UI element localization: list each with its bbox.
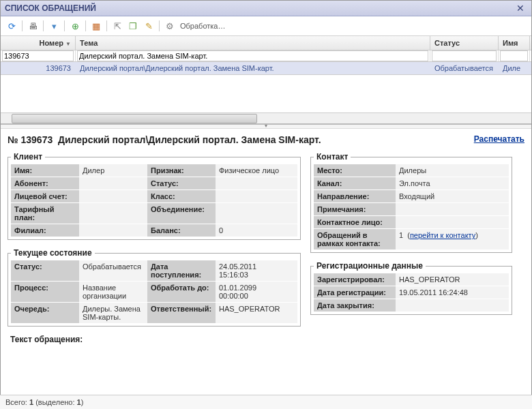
filter-status-input[interactable] xyxy=(432,50,497,61)
cell-subject: Дилерский портал\Дилерский портал. Замен… xyxy=(76,62,430,74)
copy-icon[interactable]: ❐ xyxy=(126,19,140,33)
col-subject[interactable]: Тема xyxy=(76,36,430,50)
separator xyxy=(22,20,23,31)
col-status[interactable]: Статус xyxy=(430,36,499,50)
filter-icon[interactable]: ▾ xyxy=(47,19,61,33)
window-title: СПИСОК ОБРАЩЕНИЙ xyxy=(5,3,96,13)
col-number[interactable]: Номер ▼ xyxy=(1,36,76,50)
separator xyxy=(85,20,86,31)
contact-legend: Контакт xyxy=(314,152,351,162)
close-icon[interactable]: ✕ xyxy=(514,3,527,14)
detail-header: № 139673 Дилерский портал\Дилерский порт… xyxy=(8,134,524,145)
toolbar: ⟳ 🖶 ▾ ⊕ ▦ ⇱ ❐ ✎ ⚙ Обработка… xyxy=(1,16,531,36)
add-icon[interactable]: ⊕ xyxy=(68,19,82,33)
client-fieldset: Клиент Имя:ДилерПризнак:Физическое лицо … xyxy=(8,152,301,240)
refresh-icon[interactable]: ⟳ xyxy=(5,19,18,33)
goto-contact-link[interactable]: перейти к контакту xyxy=(410,231,475,239)
separator xyxy=(64,20,65,31)
contact-fieldset: Контакт Место:Дилеры Канал:Эл.почта Напр… xyxy=(310,152,512,253)
detail-panels: Клиент Имя:ДилерПризнак:Физическое лицо … xyxy=(8,152,524,344)
columns-icon[interactable]: ▦ xyxy=(89,19,103,33)
cell-name: Диле xyxy=(499,62,530,74)
grid-body: 139673 Дилерский портал\Дилерский портал… xyxy=(1,62,531,112)
grid-header: Номер ▼ Тема Статус Имя xyxy=(1,36,531,50)
filter-number-input[interactable] xyxy=(2,50,74,61)
print-link[interactable]: Распечатать xyxy=(474,134,524,144)
gear-icon[interactable]: ⚙ xyxy=(163,19,177,33)
client-legend: Клиент xyxy=(11,152,45,162)
export-icon[interactable]: ⇱ xyxy=(110,19,124,33)
horizontal-scrollbar[interactable] xyxy=(1,112,531,123)
detail-title: № 139673 Дилерский портал\Дилерский порт… xyxy=(8,134,321,145)
detail-pane: № 139673 Дилерский портал\Дилерский порт… xyxy=(1,129,531,359)
state-fieldset: Текущее состояние Статус:Обрабатывается … xyxy=(8,248,301,327)
print-icon[interactable]: 🖶 xyxy=(26,19,40,33)
table-row[interactable]: 139673 Дилерский портал\Дилерский портал… xyxy=(1,62,531,75)
window-header: СПИСОК ОБРАЩЕНИЙ ✕ xyxy=(1,1,531,16)
cell-status: Обрабатывается xyxy=(430,62,499,74)
filter-name-input[interactable] xyxy=(500,50,528,61)
filter-subject-input[interactable] xyxy=(77,50,428,61)
separator xyxy=(43,20,44,31)
state-legend: Текущее состояние xyxy=(11,248,95,258)
separator xyxy=(159,20,160,31)
process-button[interactable]: Обработка… xyxy=(180,22,225,30)
grid-filter-row xyxy=(1,50,531,62)
cell-number: 139673 xyxy=(1,62,76,74)
edit-icon[interactable]: ✎ xyxy=(142,19,156,33)
body-label: Текст обращения: xyxy=(8,335,85,344)
request-grid: Номер ▼ Тема Статус Имя 139673 Дилерский… xyxy=(1,36,531,125)
status-bar: Всего: 1 (выделено: 1) xyxy=(0,395,532,409)
col-name[interactable]: Имя xyxy=(499,36,530,50)
registration-fieldset: Регистрационные данные Зарегистрировал:H… xyxy=(310,261,512,315)
registration-legend: Регистрационные данные xyxy=(314,261,426,271)
separator xyxy=(106,20,107,31)
scroll-thumb[interactable] xyxy=(12,114,257,123)
